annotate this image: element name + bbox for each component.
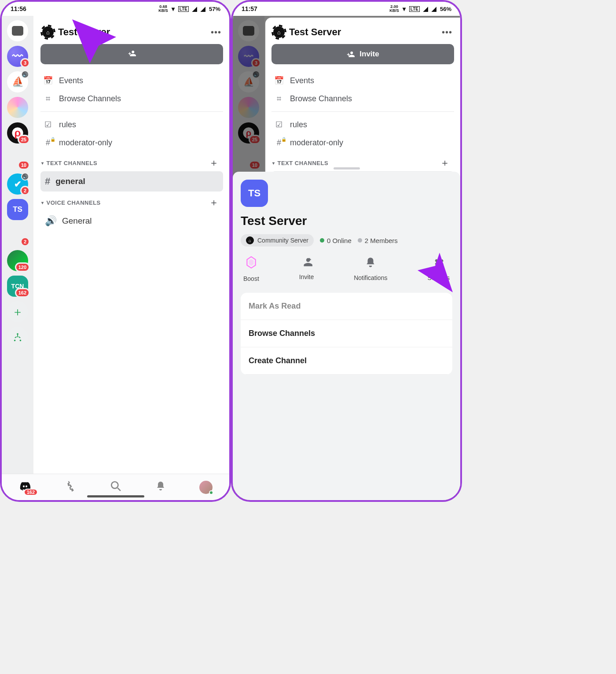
badge: 3: [20, 58, 30, 68]
community-icon: ⌂: [246, 236, 254, 244]
rules-icon: ☑: [43, 120, 53, 129]
status-kbps: 0.68KB/S: [158, 5, 168, 13]
svg-point-0: [112, 482, 118, 488]
browse-channels-item[interactable]: ⌗ Browse Channels: [40, 90, 223, 108]
volte-icon: LTE: [409, 6, 420, 12]
community-badge: ⌂ Community Server: [241, 234, 314, 247]
status-time: 11:57: [242, 5, 257, 12]
online-dot-icon: [320, 238, 324, 243]
members-dot-icon: [358, 238, 362, 243]
rail-discover[interactable]: [7, 327, 28, 348]
status-bar: 11:56 0.68KB/S ▾ LTE ◢ ◢ 57%: [2, 2, 229, 16]
phone-right: 11:57 2.00KB/S ▾ LTE ◢ ◢ 56% 〰3 ⛵🔊 ρ25 1…: [231, 0, 462, 502]
create-channel[interactable]: Create Channel: [241, 347, 452, 375]
hash-icon: #: [45, 176, 50, 187]
bell-icon: [365, 256, 376, 272]
badge: 10: [18, 160, 30, 170]
community-icon: ⌂: [42, 26, 54, 38]
status-time: 11:56: [11, 5, 26, 12]
chevron-down-icon[interactable]: ▾: [41, 200, 44, 205]
bell-icon: [155, 480, 166, 492]
add-user-icon: [128, 49, 136, 59]
wifi-icon: ▾: [403, 5, 406, 12]
rail-server-2[interactable]: ⛵ 🔊: [7, 71, 28, 92]
settings-button[interactable]: Settings: [427, 256, 450, 282]
boost-button[interactable]: Boost: [243, 256, 259, 282]
presence-dot: [209, 490, 213, 495]
rail-server-7[interactable]: 2: [7, 225, 28, 246]
nav-badge: 162: [24, 489, 38, 496]
status-battery: 57%: [209, 6, 220, 12]
rail-server-ts[interactable]: TS: [7, 199, 28, 220]
browse-icon: ⌗: [43, 94, 53, 103]
channel-general[interactable]: # general: [40, 171, 223, 192]
gesture-bar: [87, 495, 144, 497]
voice-channel-general[interactable]: 🔊 General: [40, 211, 223, 231]
nav-home[interactable]: 162: [18, 481, 32, 494]
server-menu-icon[interactable]: •••: [211, 27, 221, 37]
rail-server-tcn[interactable]: TCN 162: [7, 276, 28, 297]
sheet-title: Test Server: [241, 214, 452, 228]
hash-lock-icon: #🔒: [43, 138, 53, 147]
rail-server-4[interactable]: ρ 25: [7, 122, 28, 144]
add-text-channel[interactable]: ＋: [209, 156, 219, 169]
channel-panel: ⌂ Test Server ••• 📅 Events: [34, 18, 229, 472]
notifications-button[interactable]: Notifications: [354, 256, 387, 282]
badge: 2: [20, 186, 30, 195]
volte-icon: LTE: [178, 6, 189, 12]
sheet-list: Mark As Read Browse Channels Create Chan…: [241, 293, 452, 375]
calendar-icon: 📅: [43, 76, 53, 85]
gear-icon: [433, 256, 445, 272]
mark-as-read[interactable]: Mark As Read: [241, 293, 452, 320]
rail-server-6[interactable]: ✔🔊 2: [7, 173, 28, 195]
status-battery: 56%: [440, 6, 451, 12]
sheet-server-icon: TS: [241, 180, 268, 207]
badge: 162: [15, 288, 30, 298]
server-action-sheet: TS Test Server ⌂ Community Server 0 Onli…: [233, 172, 460, 500]
browse-channels[interactable]: Browse Channels: [241, 320, 452, 347]
sheet-handle[interactable]: [334, 167, 360, 169]
status-bar: 11:57 2.00KB/S ▾ LTE ◢ ◢ 56%: [233, 2, 460, 16]
server-rail[interactable]: 〰 3 ⛵ 🔊 ρ 25 10 ✔🔊 2: [2, 16, 33, 474]
volume-bubble: 🔊: [21, 173, 29, 180]
nav-friends[interactable]: [65, 480, 77, 494]
server-title[interactable]: ⌂ Test Server: [42, 26, 110, 38]
chevron-down-icon[interactable]: ▾: [41, 161, 44, 166]
status-kbps: 2.00KB/S: [389, 5, 399, 13]
nav-notifications[interactable]: [155, 480, 166, 494]
rail-server-3[interactable]: [7, 97, 28, 118]
badge: 2: [20, 237, 30, 247]
hub-icon: [13, 332, 22, 342]
signal-icon: ◢: [423, 5, 428, 12]
voice-channels-heading[interactable]: VOICE CHANNELS: [47, 199, 101, 206]
modonly-channel[interactable]: #🔒 moderator-only: [40, 134, 223, 152]
boost-icon: [246, 256, 257, 273]
rules-channel[interactable]: ☑ rules: [40, 115, 223, 134]
rail-server-5[interactable]: 10: [7, 148, 28, 169]
invite-button[interactable]: [40, 44, 223, 64]
events-item[interactable]: 📅 Events: [40, 71, 223, 90]
text-channels-heading[interactable]: TEXT CHANNELS: [47, 160, 98, 166]
invite-button[interactable]: Invite: [299, 256, 314, 282]
rail-server-8[interactable]: 120: [7, 250, 28, 271]
speaker-icon: 🔊: [45, 215, 57, 227]
rail-add-server[interactable]: ＋: [7, 301, 28, 322]
badge: 120: [15, 262, 30, 272]
member-count: 2 Members: [358, 237, 398, 244]
phone-left: 11:56 0.68KB/S ▾ LTE ◢ ◢ 57% 〰 3: [0, 0, 231, 502]
rail-server-1[interactable]: 〰 3: [7, 46, 28, 67]
signal-icon: ◢: [192, 5, 197, 12]
signal-icon-2: ◢: [432, 5, 436, 12]
rail-dm[interactable]: [7, 20, 28, 41]
svg-line-1: [118, 488, 121, 491]
wifi-icon: ▾: [172, 5, 175, 12]
wave-icon: [65, 480, 77, 492]
add-user-icon: [300, 256, 313, 271]
search-icon: [110, 480, 121, 492]
nav-profile[interactable]: [199, 481, 213, 494]
volume-bubble: 🔊: [21, 70, 29, 78]
speech-icon: [12, 26, 23, 36]
nav-search[interactable]: [110, 480, 121, 494]
signal-icon-2: ◢: [201, 5, 205, 12]
add-voice-channel[interactable]: ＋: [209, 196, 219, 209]
